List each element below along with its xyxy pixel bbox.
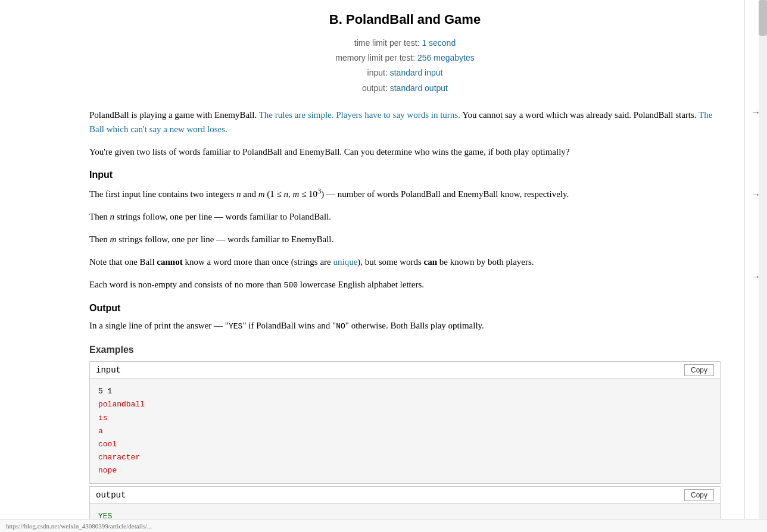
example-input-label: input bbox=[96, 365, 121, 375]
input-line-5: cool bbox=[98, 438, 712, 451]
examples-heading: Examples bbox=[89, 345, 721, 355]
copy-input-button[interactable]: Copy bbox=[684, 364, 714, 376]
time-limit-label: time limit per test: bbox=[354, 38, 420, 48]
meta-info: time limit per test: 1 second memory lim… bbox=[89, 36, 721, 96]
input-line-6: character bbox=[98, 451, 712, 464]
output-meta-value: standard output bbox=[390, 83, 448, 93]
problem-title: B. PolandBall and Game bbox=[89, 12, 721, 27]
input-para-5: Each word is non-empty and consists of n… bbox=[89, 277, 721, 292]
output-line: output: standard output bbox=[89, 81, 721, 96]
input-line-2: polandball bbox=[98, 398, 712, 411]
output-meta-label: output: bbox=[362, 83, 388, 93]
input-line-1: 5 1 bbox=[98, 385, 712, 398]
scrollbar-track[interactable] bbox=[759, 0, 767, 532]
example-output-label: output bbox=[96, 490, 126, 500]
footnote-text: https://blog.csdn.net/weixin_43080399/ar… bbox=[6, 522, 152, 530]
input-line-3: is bbox=[98, 412, 712, 425]
memory-limit-value: 256 megabytes bbox=[417, 53, 475, 62]
input-line-7: nope bbox=[98, 464, 712, 477]
input-heading: Input bbox=[89, 170, 721, 180]
problem-paragraph-1: PolandBall is playing a game with EnemyB… bbox=[89, 108, 721, 136]
input-value: standard input bbox=[390, 68, 443, 77]
example-input-block: input Copy 5 1 polandball is a cool char… bbox=[89, 361, 721, 484]
input-para-2: Then n strings follow, one per line — wo… bbox=[89, 209, 721, 224]
scrollbar-thumb[interactable] bbox=[759, 0, 767, 36]
memory-limit-label: memory limit per test: bbox=[335, 53, 415, 62]
examples-section: Examples input Copy 5 1 polandball is a … bbox=[89, 345, 721, 530]
copy-output-button[interactable]: Copy bbox=[684, 489, 714, 501]
example-input-header: input Copy bbox=[90, 362, 720, 379]
time-limit-line: time limit per test: 1 second bbox=[89, 36, 721, 51]
output-para: In a single line of print the answer — "… bbox=[89, 318, 721, 333]
input-line: input: standard input bbox=[89, 65, 721, 80]
output-heading: Output bbox=[89, 303, 721, 314]
input-para-4: Note that one Ball cannot know a word mo… bbox=[89, 255, 721, 269]
time-limit-value: 1 second bbox=[422, 38, 456, 48]
main-content: B. PolandBall and Game time limit per te… bbox=[0, 0, 744, 532]
example-output-header: output Copy bbox=[90, 487, 720, 504]
input-para-3: Then m strings follow, one per line — wo… bbox=[89, 232, 721, 246]
input-para-1: The first input line contains two intege… bbox=[89, 185, 721, 201]
input-label: input: bbox=[367, 68, 388, 77]
problem-paragraph-2: You're given two lists of words familiar… bbox=[89, 145, 721, 159]
footnote-bar: https://blog.csdn.net/weixin_43080399/ar… bbox=[0, 519, 767, 532]
example-input-body: 5 1 polandball is a cool character nope bbox=[90, 379, 720, 483]
memory-limit-line: memory limit per test: 256 megabytes bbox=[89, 51, 721, 65]
input-line-4: a bbox=[98, 425, 712, 438]
